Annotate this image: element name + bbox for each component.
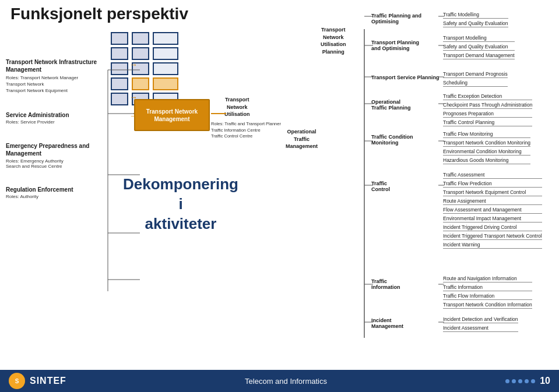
- tn-condition-monitoring: Transport Network Condition Monitoring: [443, 140, 530, 147]
- otp-group: Traffic Exception Detection Checkpoint P…: [443, 93, 532, 126]
- im-label: IncidentManagement: [371, 317, 403, 329]
- left-node-tnm: Transport Network Infrastructure Managem…: [6, 58, 108, 94]
- traffic-flow-info: Traffic Flow Information: [443, 293, 532, 300]
- tn-condition-info: Transport Network Condition Information: [443, 302, 532, 309]
- transport-modelling: Transport Modelling: [443, 35, 515, 42]
- traffic-modelling-group: Traffic Modelling Safety and Quality Eva…: [443, 12, 508, 27]
- flow-assessment: Flow Assessment and Management: [443, 207, 542, 214]
- re-roles: Roles: Authority: [6, 194, 108, 199]
- dot-5: [531, 379, 535, 383]
- dekom-box: Dekomponering iaktiviteter: [122, 175, 239, 234]
- footer-logo: S SINTEF: [9, 373, 66, 389]
- dot-4: [525, 379, 529, 383]
- tcm-group: Traffic Flow Monitoring Transport Networ…: [443, 131, 530, 164]
- footer-right: 10: [505, 376, 550, 386]
- hazardous-goods: Hazardious Goods Monitoring: [443, 157, 530, 164]
- sa-roles: Roles: Service Provider: [6, 119, 108, 125]
- left-node-re: Regulation Enforcement Roles: Authority: [6, 186, 108, 199]
- tnu-label: TransportNetworkUtilisation: [224, 96, 250, 118]
- traffic-control-planning: Traffic Control Planning: [443, 119, 532, 126]
- tnu-roles: Roles: Traffic and Transport PlannerTraf…: [211, 121, 281, 140]
- incident-tn-control: Incident Triggered Transport Network Con…: [443, 233, 542, 240]
- sintef-logo-icon: S: [9, 373, 25, 389]
- transport-planning-label: Transport Planningand Optimising: [371, 40, 419, 51]
- ti-label: TrafficInformation: [371, 278, 400, 290]
- traffic-modelling: Traffic Modelling: [443, 12, 508, 19]
- traffic-flow-prediction: Traffic Flow Prediction: [443, 181, 542, 188]
- page-number: 10: [540, 376, 550, 386]
- tnm-box-text: Transport NetworkManagement: [146, 108, 198, 123]
- ti-group: Route and Navigation Information Traffic…: [443, 276, 532, 309]
- sintef-logo-text: SINTEF: [30, 376, 66, 386]
- im-group: Incident Detection and Verification Inci…: [443, 316, 518, 332]
- dot-2: [512, 379, 516, 383]
- incident-driving-control: Incident Triggered Driving Control: [443, 224, 542, 231]
- tnm-box: Transport NetworkManagement: [134, 99, 210, 131]
- scheduling: Scheduling: [443, 80, 508, 87]
- env-impact: Environmental Impact Management: [443, 216, 542, 223]
- traffic-assessment: Traffic Assessment: [443, 172, 542, 179]
- footer-dots: [505, 379, 535, 383]
- traffic-info: Traffic Information: [443, 284, 532, 291]
- dot-1: [505, 379, 509, 383]
- tn-equip-control: Transport Network Equipment Control: [443, 189, 542, 196]
- page-title: Funksjonelt perspektiv: [10, 5, 188, 23]
- safety-quality-eval-2: Safety and Quality Evaluation: [443, 44, 515, 51]
- transport-demand-mgmt: Transport Demand Management: [443, 52, 515, 59]
- traffic-exception: Traffic Exception Detection: [443, 93, 532, 100]
- sa-title: Service Administration: [6, 112, 108, 118]
- transport-demand-prognosis: Transport Demand Prognosis: [443, 71, 508, 78]
- footer-center-text: Telecom and Informatics: [245, 377, 327, 386]
- transport-modelling-group: Transport Modelling Safety and Quality E…: [443, 35, 515, 59]
- incident-detection: Incident Detection and Verification: [443, 316, 518, 323]
- re-title: Regulation Enforcement: [6, 186, 108, 193]
- footer-bar: S SINTEF Telecom and Informatics 10: [0, 370, 559, 392]
- transport-service-label: Transport Service Planning: [371, 75, 440, 80]
- left-node-sa: Service Administration Roles: Service Pr…: [6, 112, 108, 125]
- tcm-label: Traffic ConditionMonitoring: [371, 134, 413, 146]
- incident-warning: Incident Warning: [443, 242, 542, 249]
- env-condition-monitoring: Environmental Condition Monitoring: [443, 149, 530, 156]
- tc-label: TrafficControl: [371, 181, 390, 192]
- safety-quality-eval-1: Safety and Quality Evaluation: [443, 20, 508, 27]
- incident-assessment: Incident Assessment: [443, 325, 518, 332]
- tc-group: Traffic Assessment Traffic Flow Predicti…: [443, 172, 542, 249]
- tnm-roles: Roles: Transport Network ManagerTranspor…: [6, 75, 108, 94]
- checkpoint-pass: Checkpoint Pass Through Administration: [443, 102, 532, 109]
- epm-roles: Roles: Emergency AuthoritySearch and Res…: [6, 158, 108, 169]
- tnm-title: Transport Network Infrastructure Managem…: [6, 58, 108, 73]
- left-node-epm: Emergency Preparedness and Management Ro…: [6, 142, 108, 169]
- route-assignement: Route Assignement: [443, 198, 542, 205]
- dekom-text: Dekomponering iaktiviteter: [122, 175, 239, 234]
- prognoses-prep: Prognoses Preparation: [443, 111, 532, 118]
- dot-3: [518, 379, 522, 383]
- transport-service-group: Transport Demand Prognosis Scheduling: [443, 71, 508, 87]
- otp-label: OperationalTraffic Planning: [371, 99, 411, 111]
- traffic-flow-monitoring: Traffic Flow Monitoring: [443, 131, 530, 138]
- tpao-label: Traffic Planning andOptimising: [371, 13, 421, 24]
- epm-title: Emergency Preparedness and Management: [6, 142, 108, 157]
- route-nav-info: Route and Navigation Information: [443, 276, 532, 282]
- otm-label: OperationalTrafficManagement: [286, 128, 318, 150]
- tnup-label: TransportNetworkUtilisationPlanning: [321, 26, 346, 55]
